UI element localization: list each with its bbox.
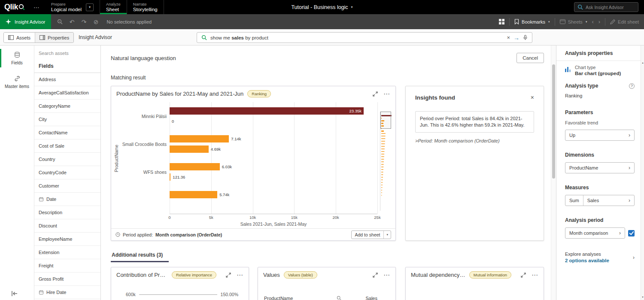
clear-search-button[interactable]: × xyxy=(507,34,510,41)
x-tick-label: 5k xyxy=(209,215,213,220)
help-icon[interactable]: ? xyxy=(629,83,635,89)
tab-label: Sheet xyxy=(106,7,121,12)
cancel-button[interactable]: Cancel xyxy=(516,53,544,63)
bar-Small Crocodile Boots[interactable] xyxy=(170,145,209,153)
tab-narrate[interactable]: Narrate Storytelling xyxy=(127,0,164,14)
add-to-sheet-button[interactable]: Add to sheet ▾ xyxy=(351,230,391,239)
nl-question-text[interactable]: show me sales by product xyxy=(210,35,503,40)
field-item-extension[interactable]: Extension xyxy=(34,246,100,259)
field-item-contactname[interactable]: ContactName xyxy=(34,126,100,139)
add-to-sheet-caret[interactable]: ▾ xyxy=(383,231,391,239)
field-item-country[interactable]: Country xyxy=(34,153,100,166)
next-sheet-button[interactable]: › xyxy=(598,18,600,25)
explore-options-link[interactable]: 2 options available xyxy=(565,258,609,263)
nl-question-searchbar[interactable]: show me sales by product × → xyxy=(197,32,532,43)
field-item-gross-profit[interactable]: Gross Profit xyxy=(34,273,100,286)
field-item-customer[interactable]: Customer xyxy=(34,179,100,193)
favorable-trend-select[interactable]: Up › xyxy=(565,130,635,141)
y-category-label: Minnki Pälsii xyxy=(122,102,170,130)
bar-WFS shoes[interactable] xyxy=(170,173,170,181)
expand-chart-button[interactable] xyxy=(373,91,378,97)
app-title-dropdown[interactable]: Tutorial - Business logic ▾ xyxy=(291,0,352,14)
field-item-employeename[interactable]: EmployeeName xyxy=(34,233,100,246)
favorable-trend-label: Favorable trend xyxy=(565,120,635,125)
insight-advisor-toggle-button[interactable]: Insight Advisor xyxy=(0,14,51,29)
field-item-address[interactable]: Address xyxy=(34,73,100,86)
analysis-type-badge: Ranking xyxy=(247,90,271,97)
sheets-button[interactable]: Sheets ▾ xyxy=(560,19,587,24)
global-menu-button[interactable]: ⋯ xyxy=(28,0,45,14)
field-item-hire-date[interactable]: Hire Date xyxy=(34,286,100,299)
bar-WFS shoes[interactable] xyxy=(170,163,220,170)
close-insights-button[interactable]: × xyxy=(531,94,534,101)
bar-Minnki Pälsii[interactable] xyxy=(170,107,364,115)
chevron-right-icon: › xyxy=(629,132,630,138)
collapse-panel-button[interactable] xyxy=(11,291,18,297)
field-item-categoryname[interactable]: CategoryName xyxy=(34,100,100,113)
chart-menu-button[interactable]: ⋯ xyxy=(383,92,390,96)
properties-scrollbar[interactable]: ▴ ▾ xyxy=(641,45,644,300)
field-item-cost-of-sale[interactable]: Cost of Sale xyxy=(34,139,100,153)
step-forward-button[interactable]: ↷ xyxy=(79,16,90,27)
prepare-dropdown-button[interactable]: ▾ xyxy=(86,3,94,11)
measure-select[interactable]: Sum Sales › xyxy=(565,195,635,206)
tab-separator xyxy=(164,0,164,14)
properties-tab-button[interactable]: Properties xyxy=(35,33,73,42)
tab-analyze[interactable]: Analyze Sheet xyxy=(100,0,127,14)
selections-tool-button[interactable] xyxy=(55,16,66,27)
insights-found-card: Insights found × Period over Period: tot… xyxy=(405,86,544,241)
main-scrollbar[interactable] xyxy=(551,45,556,300)
ask-insight-advisor-input[interactable] xyxy=(586,5,635,10)
chart-menu-button[interactable]: ⋯ xyxy=(237,273,243,277)
add-to-sheet-label: Add to sheet xyxy=(352,232,384,237)
bar-item[interactable] xyxy=(170,191,217,198)
voice-input-button[interactable] xyxy=(523,35,528,40)
chart-minimap[interactable] xyxy=(380,112,391,211)
sidebar-item-fields[interactable]: Fields xyxy=(0,47,34,69)
field-label: Cost of Sale xyxy=(39,143,64,148)
global-insight-search[interactable] xyxy=(574,2,638,12)
field-item-countrycode[interactable]: CountryCode xyxy=(34,166,100,179)
additional-result-card-contribution[interactable]: Contribution of Product... Relative impo… xyxy=(111,267,249,300)
column-search-icon[interactable] xyxy=(337,296,341,300)
explore-analyses-link[interactable]: Explore analyses 2 options available › xyxy=(565,252,635,263)
measure-aggregation[interactable]: Sum xyxy=(565,195,583,206)
expand-chart-button[interactable] xyxy=(373,273,378,278)
scroll-up-arrow[interactable]: ▴ xyxy=(641,61,644,64)
scroll-down-arrow[interactable]: ▾ xyxy=(641,295,644,298)
field-item-date[interactable]: Date xyxy=(34,193,100,206)
additional-result-card-mutual-dependency[interactable]: Mutual dependency bet... Mutual informat… xyxy=(405,267,544,300)
expand-chart-button[interactable] xyxy=(226,273,231,278)
minimap-window[interactable] xyxy=(380,112,391,129)
qlik-logo[interactable]: Qlik xyxy=(0,0,28,14)
analysis-period-select[interactable]: Month comparison › xyxy=(565,227,625,239)
chart-menu-button[interactable]: ⋯ xyxy=(383,273,390,277)
clear-selections-button[interactable]: ⊘ xyxy=(91,16,102,27)
field-item-averagecallsatisfaction[interactable]: AverageCallSatisfaction xyxy=(34,86,100,100)
expand-chart-button[interactable] xyxy=(521,273,526,278)
bar-Small Crocodile Boots[interactable] xyxy=(170,135,229,142)
step-back-button[interactable]: ↶ xyxy=(67,16,78,27)
chart-menu-button[interactable]: ⋯ xyxy=(532,273,538,277)
search-assets-input[interactable] xyxy=(39,49,97,57)
tab-additional-results[interactable]: Additional results (3) xyxy=(111,250,169,262)
dimension-select[interactable]: ProductName › xyxy=(565,162,635,173)
edit-sheet-button[interactable]: Edit sheet xyxy=(610,19,639,24)
analysis-period-checkbox[interactable] xyxy=(628,230,635,236)
app-overview-button[interactable] xyxy=(499,19,504,24)
bookmarks-button[interactable]: Bookmarks ▾ xyxy=(514,19,550,24)
scrollbar-thumb[interactable] xyxy=(552,64,555,179)
additional-result-card-values[interactable]: Values Values (table) ⋯ ProductName Sale… xyxy=(258,267,396,300)
chart-plot[interactable]: 23.35k07.14k4.69k6.03k121.365.74k xyxy=(170,102,377,214)
assets-tab-button[interactable]: Assets xyxy=(4,33,35,42)
field-item-city[interactable]: City xyxy=(34,113,100,126)
previous-sheet-button[interactable]: ‹ xyxy=(592,18,593,25)
fields-section-title: Fields xyxy=(34,60,100,73)
sidebar-item-master-items[interactable]: Master items xyxy=(0,71,34,93)
submit-question-button[interactable]: → xyxy=(513,34,519,41)
matching-result-chart-card[interactable]: ProductName by Sales for 2021-May and 20… xyxy=(111,86,396,241)
field-item-description[interactable]: Description xyxy=(34,206,100,219)
field-item-discount[interactable]: Discount xyxy=(34,219,100,233)
tab-prepare[interactable]: Prepare Logical model ▾ xyxy=(45,0,100,14)
field-item-freight[interactable]: Freight xyxy=(34,259,100,273)
